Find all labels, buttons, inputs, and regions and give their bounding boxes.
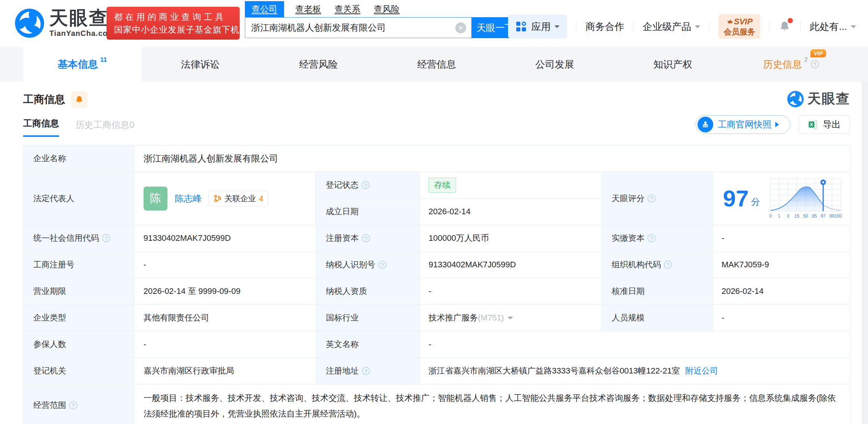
section-header: 工商信息 xyxy=(23,91,87,108)
nearby-companies-link[interactable]: 附近公司 xyxy=(685,365,718,377)
help-icon[interactable]: ? xyxy=(69,401,77,409)
business-coop-link[interactable]: 商务合作 xyxy=(585,20,624,33)
staff-size-value: - xyxy=(712,305,850,331)
reg-status-value: 存续 xyxy=(419,172,602,199)
credit-code-label: 统一社会信用代码? xyxy=(24,225,135,252)
industry-code: (M751) xyxy=(478,313,504,323)
search-input[interactable] xyxy=(245,17,471,38)
table-row: 营业期限 2026-02-14 至 9999-09-09 纳税人资质 - 核准日… xyxy=(24,278,850,305)
tab-intellectual-property[interactable]: 知识产权 xyxy=(614,47,732,82)
help-icon[interactable]: ? xyxy=(811,60,819,68)
help-icon[interactable]: ? xyxy=(361,181,370,189)
enterprise-products-link[interactable]: 企业级产品 xyxy=(643,20,700,33)
taxpayer-quality-label: 纳税人资质 xyxy=(316,278,420,305)
apps-label: 应用 xyxy=(531,20,551,33)
table-row: 企业类型 其他有限责任公司 国标行业 技术推广服务 (M751) 人员规模 - xyxy=(24,305,850,331)
arrow-right-icon xyxy=(775,122,782,127)
official-snapshot-button[interactable]: 工商官网快照 xyxy=(696,115,790,134)
table-row: 法定代表人 陈 陈志峰 关联企业 4 xyxy=(24,172,850,225)
help-icon[interactable]: ? xyxy=(664,261,672,269)
reg-authority-label: 登记机关 xyxy=(24,358,135,384)
legal-rep-value: 陈 陈志峰 关联企业 4 xyxy=(135,172,316,225)
tab-operating-risk[interactable]: 经营风险 xyxy=(259,47,378,82)
table-row: 统一社会信用代码? 91330402MAK7J0599D 注册资本? 10000… xyxy=(24,225,850,252)
help-icon[interactable]: ? xyxy=(362,367,370,375)
subtabs: 工商信息 历史工商信息0 xyxy=(23,116,151,137)
chevron-down-icon xyxy=(695,25,700,31)
tab-legal-litigation[interactable]: 法律诉讼 xyxy=(141,47,259,82)
help-icon[interactable]: ? xyxy=(362,234,370,242)
approval-date-label: 核准日期 xyxy=(602,278,712,305)
table-row: 企业名称 浙江南湖机器人创新发展有限公司 xyxy=(24,145,850,172)
score-number: 97 xyxy=(723,187,749,210)
industry-value[interactable]: 技术推广服务 (M751) xyxy=(420,305,602,331)
divider xyxy=(633,21,634,32)
tab-company-development[interactable]: 公司发展 xyxy=(496,47,614,82)
svg-text:85: 85 xyxy=(812,213,817,219)
search-tab-risk[interactable]: 查风险 xyxy=(374,1,400,17)
taxpayer-quality-value: - xyxy=(420,278,602,305)
chevron-down-icon xyxy=(851,25,856,31)
staff-size-label: 人员规模 xyxy=(602,305,712,331)
legal-rep-name-link[interactable]: 陈志峰 xyxy=(175,193,202,205)
tab-operating-info[interactable]: 经营信息 xyxy=(378,47,496,82)
establish-date-value: 2026-02-14 xyxy=(419,199,602,225)
svip-member-button[interactable]: SVIP 会员服务 xyxy=(718,14,760,39)
paid-capital-value: - xyxy=(712,225,850,252)
promo-line2: 国家中小企业发展子基金旗下机构 xyxy=(114,23,232,36)
svg-text:99: 99 xyxy=(829,213,835,219)
search-tab-relation[interactable]: 查关系 xyxy=(335,1,360,17)
brand-domain: TianYanCha.com xyxy=(49,29,115,38)
subscribe-bell-button[interactable] xyxy=(71,91,87,108)
help-icon[interactable]: ? xyxy=(647,194,656,203)
score-value[interactable]: 97 分 xyxy=(712,172,850,225)
english-name-value: - xyxy=(420,331,850,358)
reg-capital-label: 注册资本? xyxy=(316,225,420,252)
related-companies-badge[interactable]: 关联企业 4 xyxy=(209,191,268,206)
tab-history-info[interactable]: VIP 历史信息 2 ? xyxy=(732,47,850,82)
business-scope-label: 经营范围? xyxy=(24,384,135,424)
avatar[interactable]: 陈 xyxy=(144,187,167,211)
org-relation-icon xyxy=(213,194,222,203)
stamp-icon xyxy=(701,120,710,129)
tab-basic-info[interactable]: 基本信息 11 xyxy=(23,47,141,82)
apps-menu-button[interactable]: 应用 xyxy=(508,15,567,39)
promo-line1: 都在用的商业查询工具 xyxy=(114,10,232,23)
related-count: 4 xyxy=(259,194,264,203)
insured-label: 参保人数 xyxy=(24,331,135,358)
company-nav-tabs: 基本信息 11 法律诉讼 经营风险 经营信息 公司发展 知识产权 VIP 历史信… xyxy=(0,47,868,82)
business-term-label: 营业期限 xyxy=(24,278,135,305)
watermark-logo: 天眼查 xyxy=(787,90,850,108)
svg-text:0: 0 xyxy=(769,213,772,219)
english-name-label: 英文名称 xyxy=(316,331,420,358)
help-icon[interactable]: ? xyxy=(378,261,387,269)
notifications-button[interactable] xyxy=(779,19,791,34)
header-topnav: 应用 商务合作 企业级产品 SVIP 会员服务 xyxy=(508,14,856,39)
industry-label: 国标行业 xyxy=(316,305,420,331)
user-menu[interactable]: 此处有... xyxy=(810,20,856,33)
company-type-label: 企业类型 xyxy=(24,305,135,331)
search-tab-company[interactable]: 查公司 xyxy=(245,1,284,17)
subtab-business-info[interactable]: 工商信息 xyxy=(23,117,59,137)
search-tabs: 查公司 查老板 查关系 查风险 xyxy=(245,1,519,17)
search-tab-boss[interactable]: 查老板 xyxy=(295,1,321,17)
site-logo[interactable]: 天眼查 TianYanCha.com xyxy=(15,8,115,38)
clear-search-icon[interactable]: ✕ xyxy=(455,22,466,33)
credit-code-value: 91330402MAK7J0599D xyxy=(135,225,316,252)
divider xyxy=(800,21,801,32)
reg-authority-value: 嘉兴市南湖区行政审批局 xyxy=(135,358,316,384)
section-actions: 工商官网快照 导出 xyxy=(696,115,850,134)
subtab-history-business-info[interactable]: 历史工商信息0 xyxy=(76,119,134,137)
taxpayer-id-value: 91330402MAK7J0599D xyxy=(420,252,602,278)
export-button[interactable]: 导出 xyxy=(798,115,850,134)
brand-name: 天眼查 xyxy=(49,8,115,28)
help-icon[interactable]: ? xyxy=(102,234,110,242)
company-name-label: 企业名称 xyxy=(24,145,135,172)
help-icon[interactable]: ? xyxy=(647,234,656,242)
scrollbar[interactable] xyxy=(862,82,868,424)
apps-grid-icon xyxy=(515,21,527,32)
status-badge: 存续 xyxy=(428,178,456,193)
section-title: 工商信息 xyxy=(23,92,65,107)
address-value: 浙江省嘉兴市南湖区大桥镇广益路3333号嘉科众创谷0013幢122-21室 附近… xyxy=(420,358,850,384)
score-label: 天眼评分 ? xyxy=(602,172,712,225)
